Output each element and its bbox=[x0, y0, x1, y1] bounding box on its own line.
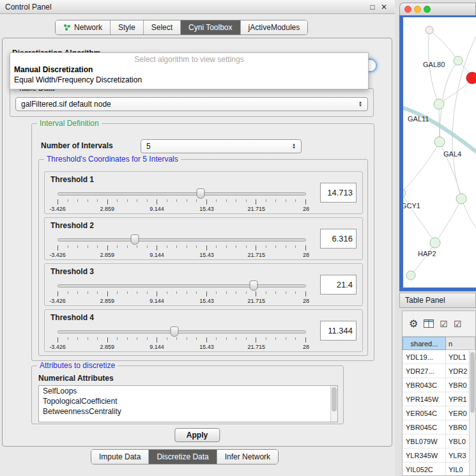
table-scrollbar[interactable] bbox=[469, 351, 475, 475]
cell[interactable]: YBR045C bbox=[403, 420, 446, 434]
numerical-attributes-list[interactable]: SelfLoops TopologicalCoefficient Between… bbox=[38, 385, 338, 422]
gear-icon[interactable]: ⚙ bbox=[409, 319, 418, 329]
threshold-2-slider[interactable]: -3.426 2.859 9.144 15.43 21.715 28 bbox=[58, 234, 306, 259]
scrollbar-thumb[interactable] bbox=[332, 387, 337, 411]
numerical-attributes-label: Numerical Attributes bbox=[38, 374, 114, 383]
list-scrollbar[interactable] bbox=[330, 386, 337, 422]
table-panel: ⚙ ☑ ☑ shared... n YDL19... YDL1 YDR27...… bbox=[402, 311, 476, 476]
table-row[interactable]: YBL079W YBL0 bbox=[403, 434, 475, 449]
slider-track[interactable] bbox=[58, 238, 306, 242]
table-row[interactable]: YDL19... YDL1 bbox=[403, 350, 475, 364]
column-header-shared-name[interactable]: shared... bbox=[403, 337, 446, 350]
cell[interactable]: YDL19... bbox=[403, 350, 446, 364]
select-column-checkbox-icon[interactable]: ☑ bbox=[454, 319, 462, 328]
table-data-combobox[interactable]: galFiltered.sif default node ▲ ▼ bbox=[15, 97, 368, 111]
slider-track[interactable] bbox=[58, 284, 306, 288]
threshold-1-value-field[interactable]: 14.713 bbox=[320, 183, 357, 203]
threshold-1-slider[interactable]: -3.426 2.859 9.144 15.43 21.715 28 bbox=[58, 188, 306, 213]
slider-thumb[interactable] bbox=[170, 326, 178, 337]
slider-thumb[interactable] bbox=[197, 188, 205, 199]
list-item[interactable]: TopologicalCoefficient bbox=[39, 396, 337, 406]
number-of-intervals-value: 5 bbox=[146, 142, 151, 151]
dropdown-option-equal-width-frequency[interactable]: Equal Width/Frequency Discretization bbox=[10, 75, 368, 85]
network-canvas[interactable]: GAL80 GAL11 GAL4 GCY1 HAP2 bbox=[403, 17, 476, 288]
network-view-frame: GAL80 GAL11 GAL4 GCY1 HAP2 bbox=[399, 15, 476, 291]
network-node[interactable] bbox=[456, 194, 466, 204]
cell[interactable]: YPR145W bbox=[403, 392, 446, 406]
tab-jactivemodules[interactable]: jActiveModules bbox=[241, 20, 308, 35]
tab-select[interactable]: Select bbox=[144, 20, 181, 35]
cell[interactable]: YLR345W bbox=[403, 449, 446, 462]
columns-icon[interactable] bbox=[424, 319, 434, 328]
threshold-3-slider[interactable]: -3.426 2.859 9.144 15.43 21.715 28 bbox=[58, 280, 306, 305]
cell[interactable]: YER054C bbox=[403, 406, 446, 420]
apply-button[interactable]: Apply bbox=[174, 428, 220, 442]
float-window-icon[interactable]: □ bbox=[367, 3, 378, 12]
dropdown-placeholder: Select algorithm to view settings bbox=[10, 55, 368, 65]
network-node[interactable] bbox=[406, 271, 415, 280]
table-row[interactable]: YDR27... YDR2 bbox=[403, 364, 475, 378]
table-rows: YDL19... YDL1 YDR27... YDR2 YBR043C YBR0… bbox=[403, 350, 475, 476]
node-label: GAL11 bbox=[408, 115, 429, 123]
list-item[interactable]: SelfLoops bbox=[39, 386, 337, 396]
tick-label: 21.715 bbox=[247, 344, 265, 350]
network-node[interactable] bbox=[426, 26, 433, 34]
table-row[interactable]: YER054C YER0 bbox=[403, 406, 475, 420]
cell[interactable]: YBL079W bbox=[403, 434, 446, 448]
minimize-traffic-light-icon[interactable] bbox=[414, 6, 421, 13]
dropdown-option-manual-discretization[interactable]: Manual Discretization bbox=[10, 65, 368, 75]
network-icon bbox=[63, 24, 71, 31]
threshold-3-value-field[interactable]: 21.4 bbox=[320, 275, 357, 295]
panel-title: Control Panel bbox=[5, 3, 367, 12]
slider-track[interactable] bbox=[58, 192, 306, 196]
tick-label: 15.43 bbox=[199, 206, 214, 212]
network-view-window[interactable]: GAL80 GAL11 GAL4 GCY1 HAP2 bbox=[399, 3, 476, 291]
network-node[interactable] bbox=[454, 56, 463, 65]
slider-track[interactable] bbox=[58, 330, 306, 334]
network-node-selected[interactable] bbox=[466, 72, 476, 84]
tab-cyni-toolbox[interactable]: Cyni Toolbox bbox=[181, 20, 240, 35]
network-node[interactable] bbox=[434, 137, 445, 147]
slider-thumb[interactable] bbox=[130, 234, 139, 245]
table-row[interactable]: YBR045C YBR0 bbox=[403, 420, 475, 434]
network-node[interactable] bbox=[430, 238, 440, 248]
interval-definition-group: Interval Definition Number of Intervals … bbox=[31, 123, 374, 361]
close-icon[interactable]: ✕ bbox=[378, 3, 390, 12]
number-of-intervals-combobox[interactable]: 5 ▲ ▼ bbox=[141, 139, 302, 153]
scrollbar-thumb[interactable] bbox=[470, 352, 475, 413]
list-item[interactable]: BetweennessCentrality bbox=[39, 406, 337, 417]
network-node[interactable] bbox=[403, 188, 406, 197]
threshold-4-slider[interactable]: -3.426 2.859 9.144 15.43 21.715 28 bbox=[58, 326, 306, 351]
threshold-4-value-field[interactable]: 11.344 bbox=[320, 321, 357, 341]
close-traffic-light-icon[interactable] bbox=[404, 6, 411, 13]
tab-style[interactable]: Style bbox=[111, 20, 144, 35]
zoom-traffic-light-icon[interactable] bbox=[424, 6, 431, 13]
tab-impute-data[interactable]: Impute Data bbox=[91, 450, 149, 464]
threshold-2-value-field[interactable]: 6.316 bbox=[320, 229, 357, 249]
table-row[interactable]: YIL052C YIL0 bbox=[403, 463, 475, 476]
network-node-labels: GAL80 GAL11 GAL4 GCY1 HAP2 bbox=[403, 61, 461, 257]
cell[interactable]: YIL052C bbox=[403, 463, 446, 476]
slider-thumb[interactable] bbox=[250, 280, 258, 291]
cell[interactable]: YBR043C bbox=[403, 378, 446, 392]
tick-label: 9.144 bbox=[150, 298, 164, 304]
table-row[interactable]: YPR145W YPR1 bbox=[403, 392, 475, 406]
threshold-2-box: Threshold 2 -3.426 2.859 9.144 15.43 21.… bbox=[44, 217, 363, 260]
tick-label: 21.715 bbox=[247, 206, 265, 212]
tick-label: -3.426 bbox=[49, 344, 66, 350]
slider-tick-labels: -3.426 2.859 9.144 15.43 21.715 28 bbox=[58, 298, 306, 305]
node-label: GAL4 bbox=[443, 150, 461, 158]
control-panel: Control Panel □ ✕ Network Style Select C… bbox=[0, 0, 395, 476]
tab-infer-network[interactable]: Infer Network bbox=[217, 450, 278, 464]
cell[interactable]: YDR27... bbox=[403, 364, 446, 378]
network-window-titlebar[interactable] bbox=[399, 3, 476, 15]
table-row[interactable]: YBR043C YBR0 bbox=[403, 378, 475, 392]
tab-discretize-data[interactable]: Discretize Data bbox=[149, 450, 217, 464]
select-all-checkbox-icon[interactable]: ☑ bbox=[440, 319, 448, 328]
tick-label: 9.144 bbox=[150, 252, 164, 258]
column-header-name[interactable]: n bbox=[446, 337, 475, 350]
tab-network[interactable]: Network bbox=[56, 20, 111, 35]
tick-label: 9.144 bbox=[150, 344, 164, 350]
network-node[interactable] bbox=[434, 99, 444, 109]
table-row[interactable]: YLR345W YLR3 bbox=[403, 449, 475, 463]
